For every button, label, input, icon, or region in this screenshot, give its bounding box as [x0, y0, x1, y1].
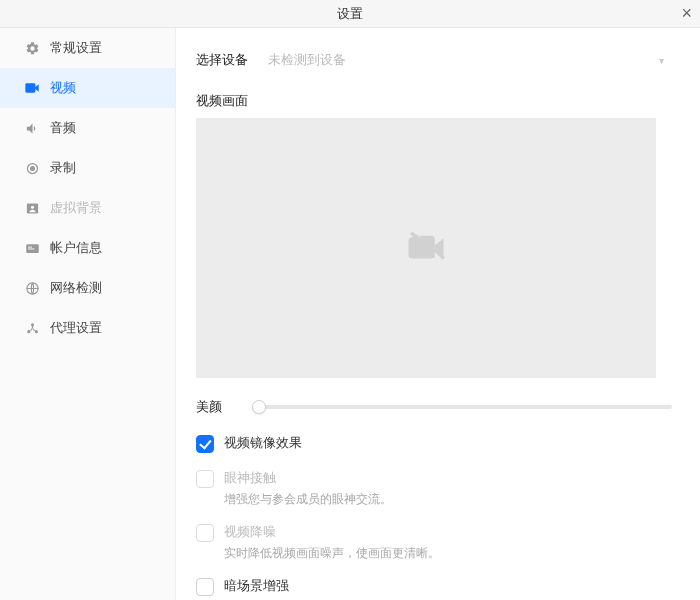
close-icon[interactable]: ×: [681, 4, 692, 22]
option-lowlight: 暗场景增强 在视频场景光照不足时，改善视频体验。: [196, 577, 672, 600]
preview-label: 视频画面: [196, 92, 672, 110]
speaker-icon: [24, 120, 40, 136]
checkbox-lowlight[interactable]: [196, 578, 214, 596]
svg-point-8: [30, 323, 33, 326]
record-icon: [24, 160, 40, 176]
background-icon: [24, 200, 40, 216]
slider-track: [252, 405, 672, 409]
sidebar-item-label: 虚拟背景: [50, 199, 102, 217]
checkbox-mirror[interactable]: [196, 435, 214, 453]
video-preview: [196, 118, 656, 378]
svg-point-1: [30, 166, 34, 170]
option-desc: 实时降低视频画面噪声，使画面更清晰。: [224, 545, 440, 561]
sidebar-item-label: 帐户信息: [50, 239, 102, 257]
content-panel: 选择设备 未检测到设备 ▾ 视频画面 美颜: [176, 28, 700, 600]
device-label: 选择设备: [196, 51, 260, 69]
sidebar-item-label: 常规设置: [50, 39, 102, 57]
sidebar-item-record[interactable]: 录制: [0, 148, 175, 188]
sidebar-item-proxy[interactable]: 代理设置: [0, 308, 175, 348]
settings-window: 设置 × 常规设置 视频 音频: [0, 0, 700, 600]
camera-off-icon: [405, 227, 447, 269]
video-options: 视频镜像效果 眼神接触 增强您与参会成员的眼神交流。 视频降噪 实时降低视频画面…: [196, 434, 672, 600]
device-select-value: 未检测到设备: [268, 51, 346, 69]
option-eye-contact: 眼神接触 增强您与参会成员的眼神交流。: [196, 469, 672, 507]
slider-thumb[interactable]: [252, 400, 266, 414]
svg-rect-5: [28, 246, 32, 247]
sidebar-item-network[interactable]: 网络检测: [0, 268, 175, 308]
checkbox-denoise: [196, 524, 214, 542]
caret-down-icon: ▾: [659, 55, 664, 66]
option-mirror: 视频镜像效果: [196, 434, 672, 453]
video-icon: [24, 80, 40, 96]
sidebar-item-label: 录制: [50, 159, 76, 177]
sidebar-item-general[interactable]: 常规设置: [0, 28, 175, 68]
sidebar-item-video[interactable]: 视频: [0, 68, 175, 108]
sidebar-item-audio[interactable]: 音频: [0, 108, 175, 148]
option-label: 视频降噪: [224, 523, 440, 541]
beauty-row: 美颜: [196, 398, 672, 416]
id-card-icon: [24, 240, 40, 256]
gear-icon: [24, 40, 40, 56]
option-denoise: 视频降噪 实时降低视频画面噪声，使画面更清晰。: [196, 523, 672, 561]
beauty-slider[interactable]: [252, 399, 672, 415]
sidebar-item-account[interactable]: 帐户信息: [0, 228, 175, 268]
option-label: 暗场景增强: [224, 577, 440, 595]
window-body: 常规设置 视频 音频 录制: [0, 28, 700, 600]
sidebar-item-label: 视频: [50, 79, 76, 97]
option-label: 眼神接触: [224, 469, 392, 487]
svg-point-3: [30, 205, 33, 208]
svg-point-10: [34, 330, 37, 333]
sidebar-item-label: 网络检测: [50, 279, 102, 297]
sidebar-item-virtual-background[interactable]: 虚拟背景: [0, 188, 175, 228]
sidebar-item-label: 音频: [50, 119, 76, 137]
device-row: 选择设备 未检测到设备 ▾: [196, 46, 672, 74]
proxy-icon: [24, 320, 40, 336]
option-desc: 增强您与参会成员的眼神交流。: [224, 491, 392, 507]
option-label: 视频镜像效果: [224, 434, 302, 452]
svg-point-9: [27, 330, 30, 333]
sidebar: 常规设置 视频 音频 录制: [0, 28, 176, 600]
beauty-label: 美颜: [196, 398, 252, 416]
window-title: 设置: [337, 5, 363, 23]
checkbox-eye-contact: [196, 470, 214, 488]
device-select[interactable]: 未检测到设备 ▾: [260, 46, 672, 74]
titlebar: 设置 ×: [0, 0, 700, 28]
globe-icon: [24, 280, 40, 296]
svg-rect-6: [28, 248, 34, 249]
sidebar-item-label: 代理设置: [50, 319, 102, 337]
